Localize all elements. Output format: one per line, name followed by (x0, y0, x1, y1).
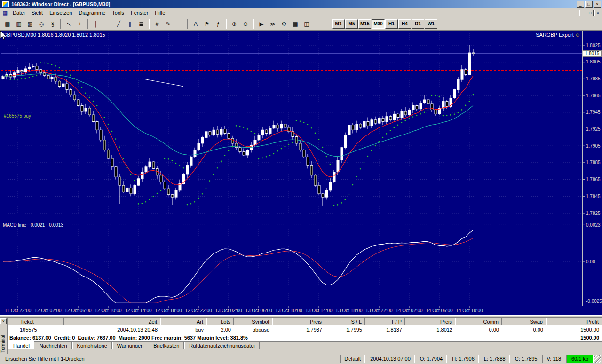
chart-window-icon: ▦ (1, 10, 9, 16)
terminal-header-ticket-0[interactable]: Ticket (8, 318, 64, 325)
horizontal-line-button[interactable]: ─ (102, 19, 113, 29)
parallel-channel-button[interactable]: ∥ (124, 19, 135, 29)
timeframe-m30-button[interactable]: M30 (372, 19, 384, 29)
mdi-minimize-button[interactable]: _ (579, 10, 586, 16)
tab-briefkasten[interactable]: Briefkasten (149, 342, 184, 349)
svg-text:0.0023: 0.0023 (586, 222, 601, 228)
svg-text:1.7825: 1.7825 (586, 211, 601, 216)
status-profile[interactable]: Default (340, 355, 365, 363)
chart-area[interactable]: 1.80251.80051.79851.79651.79451.79251.79… (0, 31, 602, 315)
tab-handel[interactable]: Handel (8, 341, 34, 349)
window-close-button[interactable]: × (594, 1, 601, 8)
tab-nachrichten[interactable]: Nachrichten (35, 342, 72, 349)
terminal-header-profit-11[interactable]: Profit (546, 318, 602, 325)
balance-profit: 1500.00 (546, 335, 602, 340)
profiles-button[interactable]: ▥ (13, 19, 24, 29)
order-row[interactable]: 1655752004.10.13 20:48buy2.00gbpusd1.793… (8, 325, 602, 333)
indicators-button[interactable]: ƒ (213, 19, 224, 29)
terminal-header-s-l-6[interactable]: S / L (325, 318, 365, 325)
terminal-header-symbol-4[interactable]: Symbol (234, 318, 272, 325)
menu-bar: ▦ Datei Sicht Einsetzen Diagramme Tools … (0, 8, 602, 17)
menu-diagramme[interactable]: Diagramme (75, 9, 109, 16)
window-minimize-button[interactable]: _ (577, 1, 584, 8)
terminal-header-zeit-1[interactable]: Zeit (64, 318, 160, 325)
paperclip-button[interactable]: § (47, 19, 58, 29)
terminal-header-swap-10[interactable]: Swap (502, 318, 546, 325)
order-cell-swap-10: 0.00 (502, 327, 546, 332)
terminal-header-art-2[interactable]: Art (160, 318, 206, 325)
menu-sicht[interactable]: Sicht (28, 9, 46, 16)
order-line-label: #165575 buy (4, 113, 31, 119)
crosshair-button[interactable]: + (74, 19, 86, 29)
arrow-objects-button[interactable]: ⚑ (201, 19, 213, 29)
tab-rufdatenaufzeichnungsdatei[interactable]: Rufdatenaufzeichnungsdatei (184, 342, 259, 349)
terminal-header-preis-8[interactable]: Preis (405, 318, 455, 325)
tab-warnungen[interactable]: Warnungen (112, 342, 148, 349)
cursor-button[interactable]: ↖ (63, 19, 74, 29)
resize-grip[interactable] (594, 355, 601, 363)
svg-text:13 Oct 10:00: 13 Oct 10:00 (275, 308, 302, 313)
terminal-header-preis-5[interactable]: Preis (272, 318, 325, 325)
price-chart[interactable]: 1.80251.80051.79851.79651.79451.79251.79… (0, 31, 602, 315)
terminal-header-comm-9[interactable]: Comm (455, 318, 502, 325)
terminal-header-t-p-7[interactable]: T / P (365, 318, 405, 325)
timeframe-m1-button[interactable]: M1 (332, 19, 345, 29)
text-button[interactable]: A (190, 19, 201, 29)
order-cell-s-l-6: 1.7995 (325, 327, 365, 332)
trendline-object[interactable] (142, 79, 183, 86)
new-chart-button[interactable]: ▤ (2, 19, 13, 29)
toolbar-separator (60, 19, 61, 29)
menu-einsetzen[interactable]: Einsetzen (46, 9, 75, 16)
autoscroll-button[interactable]: ▶ (256, 19, 267, 29)
window-maximize-button[interactable]: □ (585, 1, 593, 8)
mdi-close-button[interactable]: × (594, 10, 601, 16)
pencil-button[interactable]: ✎ (163, 19, 174, 29)
zoom-out-button[interactable]: ⊖ (240, 19, 251, 29)
expert-smiley-icon: ☺ (575, 32, 580, 38)
tile-windows-button[interactable]: ▦ (290, 19, 301, 29)
menu-datei[interactable]: Datei (9, 9, 28, 16)
status-connection: 60/1 kb (566, 355, 594, 363)
timeframe-w1-button[interactable]: W1 (425, 19, 437, 29)
status-low: L: 1.7888 (480, 355, 510, 363)
timeframe-m15-button[interactable]: M15 (358, 19, 371, 29)
grid-button[interactable]: # (151, 19, 163, 29)
freehand-button[interactable]: ~ (174, 19, 185, 29)
tab-kontohistorie[interactable]: Kontohistorie (72, 342, 112, 349)
svg-text:1.7865: 1.7865 (586, 177, 601, 182)
vertical-line-button[interactable]: │ (90, 19, 102, 29)
chart-shift-button[interactable]: ≫ (267, 19, 278, 29)
status-open: O: 1.7904 (416, 355, 447, 363)
macd-main-line (3, 230, 473, 303)
order-cell-preis-5: 1.7937 (272, 327, 325, 332)
order-cell-zeit-1: 2004.10.13 20:48 (64, 327, 160, 332)
print-preview-button[interactable]: ◎ (36, 19, 47, 29)
menu-tools[interactable]: Tools (109, 9, 127, 16)
terminal-side-label[interactable]: Terminal (0, 335, 6, 353)
timeframe-h4-button[interactable]: H4 (398, 19, 411, 29)
timeframe-d1-button[interactable]: D1 (412, 19, 424, 29)
trendline-button[interactable]: ╱ (113, 19, 124, 29)
terminal-header-lots-3[interactable]: Lots (206, 318, 234, 325)
order-cell-symbol-4: gbpusd (234, 327, 272, 332)
toolbar-separator (87, 19, 88, 29)
mdi-restore-button[interactable]: □ (587, 10, 594, 16)
macd-label: MACD linie 0.0021 0.0013 (3, 222, 66, 228)
svg-text:1.7885: 1.7885 (586, 160, 601, 165)
terminal-tabs: HandelNachrichtenKontohistorieWarnungenB… (8, 341, 602, 350)
expert-advisors-button[interactable]: ⚙ (278, 19, 290, 29)
terminal-table-header: TicketZeitArtLotsSymbolPreisS / LT / PPr… (8, 318, 602, 325)
cascade-windows-button[interactable]: ◫ (301, 19, 312, 29)
terminal-close-button[interactable]: × (0, 318, 7, 324)
zoom-in-button[interactable]: ⊕ (229, 19, 240, 29)
print-button[interactable]: ▨ (24, 19, 36, 29)
timeframe-m5-button[interactable]: M5 (345, 19, 358, 29)
menu-fenster[interactable]: Fenster (127, 9, 151, 16)
status-volume: V: 118 (542, 355, 565, 363)
svg-text:12 Oct 06:00: 12 Oct 06:00 (64, 308, 92, 313)
order-cell-profit-11: 1500.00 (546, 327, 602, 332)
timeframe-h1-button[interactable]: H1 (385, 19, 398, 29)
menu-hilfe[interactable]: Hilfe (151, 9, 168, 16)
svg-text:12 Oct 02:00: 12 Oct 02:00 (34, 308, 62, 313)
fibonacci-button[interactable]: ≣ (135, 19, 147, 29)
